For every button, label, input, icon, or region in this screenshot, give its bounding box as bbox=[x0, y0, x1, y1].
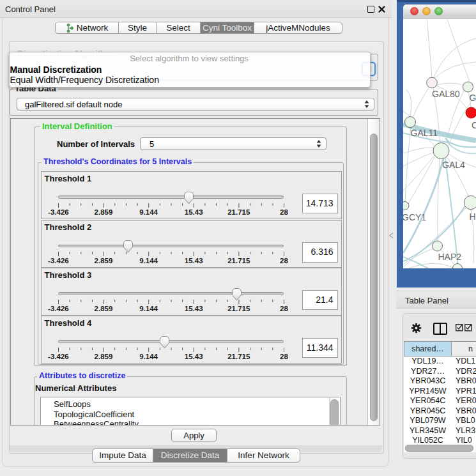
svg-text:C: C bbox=[472, 120, 476, 130]
svg-text:GAL4: GAL4 bbox=[442, 160, 465, 170]
svg-text:HAP2: HAP2 bbox=[438, 252, 462, 262]
svg-text:GA: GA bbox=[470, 93, 476, 103]
svg-text:GAL11: GAL11 bbox=[411, 128, 438, 138]
svg-text:GCY1: GCY1 bbox=[403, 212, 426, 222]
svg-text:H: H bbox=[470, 211, 476, 222]
svg-text:GAL80: GAL80 bbox=[432, 89, 460, 99]
